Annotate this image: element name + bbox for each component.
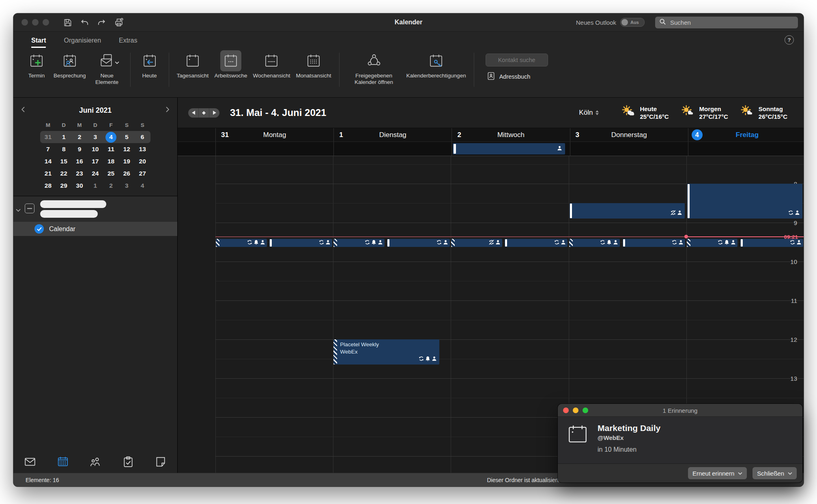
search-input[interactable] [669, 19, 794, 26]
day-header-mittwoch[interactable]: 2Mittwoch [452, 128, 570, 142]
undo-icon[interactable] [80, 18, 89, 27]
all-day-cell[interactable] [452, 142, 570, 156]
minical-day[interactable]: 12 [119, 143, 135, 155]
ribbon-button-arbeitswoche[interactable]: Arbeitswoche [214, 50, 247, 79]
minical-day[interactable]: 19 [119, 155, 135, 167]
calendar-module-icon[interactable] [57, 456, 69, 470]
minical-day[interactable]: 22 [56, 167, 72, 180]
tab-extras[interactable]: Extras [119, 37, 137, 48]
save-icon[interactable] [63, 18, 72, 27]
day-header-freitag[interactable]: 4Freitag [688, 128, 804, 142]
calendar-event[interactable] [687, 239, 738, 247]
print-icon[interactable] [114, 17, 124, 27]
ribbon-button-freigegebenen-kalender-ffnen[interactable]: Freigegebenen Kalender öffnen [347, 50, 401, 86]
calendar-event[interactable] [333, 239, 385, 247]
minical-day[interactable]: 15 [56, 155, 72, 167]
new-outlook-toggle[interactable]: Aus [620, 18, 645, 27]
calendar-event[interactable] [569, 239, 620, 247]
minical-day[interactable]: 26 [119, 167, 135, 180]
chevron-down-icon[interactable] [16, 206, 21, 213]
minical-day[interactable]: 8 [56, 143, 72, 155]
calendar-event[interactable] [216, 239, 267, 247]
minical-day[interactable]: 4 [103, 131, 119, 143]
minical-day[interactable]: 7 [40, 143, 56, 155]
calendar-event[interactable] [451, 239, 502, 247]
ribbon-button-tagesansicht[interactable]: Tagesansicht [177, 50, 209, 79]
snooze-button[interactable]: Erneut erinnern [688, 467, 747, 479]
minical-day[interactable]: 25 [103, 167, 119, 180]
minical-day[interactable]: 1 [87, 180, 103, 192]
tasks-module-icon[interactable] [122, 456, 134, 470]
minical-day[interactable]: 14 [40, 155, 56, 167]
redo-icon[interactable] [97, 18, 106, 27]
tab-start[interactable]: Start [31, 37, 46, 48]
ribbon-button-neue-elemente[interactable]: Neue Elemente [92, 50, 123, 86]
day-header-donnerstag[interactable]: 3Donnerstag [570, 128, 688, 142]
tab-organisieren[interactable]: Organisieren [64, 37, 101, 48]
minical-day[interactable]: 31 [40, 131, 56, 143]
close-button[interactable] [563, 407, 569, 413]
minical-day[interactable]: 28 [40, 180, 56, 192]
all-day-event[interactable] [453, 143, 565, 154]
minical-day[interactable]: 18 [103, 155, 119, 167]
help-icon[interactable]: ? [785, 35, 794, 45]
minical-day[interactable]: 11 [103, 143, 119, 155]
calendar-checkbox[interactable] [34, 224, 44, 234]
ribbon-button-kalenderberechtigungen[interactable]: Kalenderberechtigungen [406, 50, 466, 79]
ribbon-button-wochenansicht[interactable]: Wochenansicht [253, 50, 290, 79]
minimize-button[interactable] [32, 19, 39, 26]
minimize-button[interactable] [573, 407, 578, 413]
calendar-event[interactable] [623, 239, 686, 247]
next-week-button[interactable] [209, 108, 219, 118]
calendar-event[interactable] [740, 239, 803, 247]
minical-day[interactable]: 16 [72, 155, 88, 167]
all-day-cell[interactable] [570, 142, 688, 156]
calendar-event[interactable] [269, 239, 332, 247]
minical-day[interactable]: 5 [119, 131, 135, 143]
minical-day[interactable]: 9 [72, 143, 88, 155]
calendar-event[interactable] [570, 203, 685, 219]
minical-day[interactable]: 13 [135, 143, 150, 155]
calendar-event-placetel-weekly[interactable]: Placetel WeeklyWebEx [333, 339, 439, 365]
all-day-cell[interactable] [333, 142, 452, 156]
day-header-montag[interactable]: 31Montag [215, 128, 333, 142]
minical-day[interactable]: 24 [87, 167, 103, 180]
notes-module-icon[interactable] [155, 456, 167, 470]
mail-module-icon[interactable] [24, 456, 36, 470]
search-field[interactable] [655, 17, 798, 28]
people-module-icon[interactable] [89, 456, 101, 470]
today-button[interactable] [198, 108, 209, 118]
dismiss-button[interactable]: Schließen [752, 467, 797, 479]
minical-day[interactable]: 10 [87, 143, 103, 155]
minical-day[interactable]: 30 [72, 180, 88, 192]
all-day-cell[interactable] [215, 142, 333, 156]
ribbon-button-besprechung[interactable]: Besprechung [54, 50, 86, 79]
calendar-event[interactable] [387, 239, 450, 247]
all-day-cell[interactable] [688, 142, 804, 156]
minical-day[interactable]: 2 [72, 131, 88, 143]
minical-day[interactable]: 6 [135, 131, 150, 143]
close-button[interactable] [22, 19, 28, 26]
ribbon-button-heute[interactable]: Heute [138, 50, 161, 79]
minical-day[interactable]: 20 [135, 155, 150, 167]
sidebar-item-calendar[interactable]: Calendar [13, 222, 177, 236]
ribbon-button-termin[interactable]: Termin [25, 50, 48, 79]
weather-location[interactable]: Köln [579, 109, 599, 117]
calendar-event[interactable] [687, 184, 802, 219]
minical-day[interactable]: 29 [56, 180, 72, 192]
minical-prev-icon[interactable] [22, 107, 25, 114]
calendar-event[interactable] [505, 239, 568, 247]
minical-day[interactable]: 1 [56, 131, 72, 143]
zoom-button[interactable] [43, 19, 49, 26]
day-header-dienstag[interactable]: 1Dienstag [333, 128, 452, 142]
prev-week-button[interactable] [188, 108, 198, 118]
collapse-box-icon[interactable] [25, 204, 34, 213]
minical-day[interactable]: 17 [87, 155, 103, 167]
minical-day[interactable]: 3 [87, 131, 103, 143]
ribbon-button-monatsansicht[interactable]: Monatsansicht [296, 50, 331, 79]
address-book-button[interactable]: Adressbuch [486, 71, 548, 82]
minical-day[interactable]: 21 [40, 167, 56, 180]
minical-day[interactable]: 27 [135, 167, 150, 180]
minical-day[interactable]: 3 [119, 180, 135, 192]
minical-day[interactable]: 23 [72, 167, 88, 180]
